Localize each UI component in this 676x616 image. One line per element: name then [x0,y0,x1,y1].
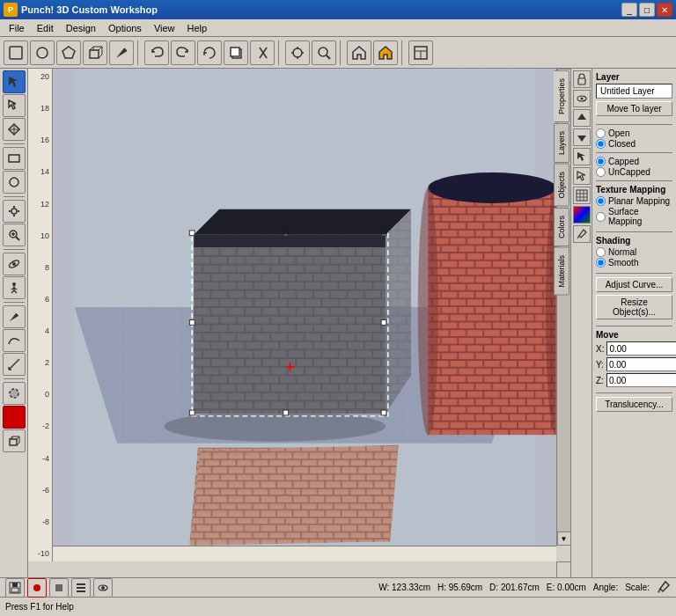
tab-properties[interactable]: Properties [554,70,569,122]
z-input[interactable] [606,373,676,387]
tool-rect[interactable] [3,147,26,170]
translucency-btn[interactable]: Translucency... [596,397,672,412]
resize-object-btn[interactable]: Resize Object(s)... [596,295,672,319]
svg-point-36 [12,262,16,266]
svg-rect-49 [10,439,17,445]
tool-bezier[interactable] [3,329,26,352]
smooth-radio-row[interactable]: Smooth [596,258,672,268]
normal-radio-row[interactable]: Normal [596,247,672,257]
surface-radio[interactable] [596,212,606,222]
normal-radio[interactable] [596,247,606,257]
select-arrow2-btn[interactable] [573,167,591,185]
toolbar-select[interactable] [4,40,28,65]
tab-layers[interactable]: Layers [554,123,569,163]
toolbar-redo[interactable] [171,40,195,65]
uncapped-radio[interactable] [596,167,606,177]
tab-materials[interactable]: Materials [554,247,569,296]
close-btn[interactable]: ✕ [657,3,672,17]
adjust-curve-btn[interactable]: Adjust Curve... [596,277,672,292]
viewport-container: 20 18 16 14 12 10 8 6 4 2 0 -2 -4 -6 -8 … [28,69,570,577]
smooth-radio[interactable] [596,258,606,268]
toolbar-rotate[interactable] [197,40,222,65]
lock-icon-btn[interactable] [573,70,591,88]
svg-marker-102 [577,172,585,180]
toolbar-house2[interactable] [373,40,398,65]
svg-marker-100 [577,136,586,142]
tool-ellipse[interactable] [3,171,26,194]
y-input[interactable] [606,357,676,371]
tool-measure[interactable] [3,353,26,376]
scroll-down-btn[interactable]: ▼ [557,532,571,546]
statusbar-layers-btn[interactable] [71,578,91,598]
tool-resize[interactable] [3,118,26,141]
toolbar-undo[interactable] [144,40,169,65]
color-swatch-btn[interactable] [573,206,591,224]
toolbar-zoom[interactable] [312,40,336,65]
open-radio[interactable] [596,128,606,138]
capped-radio[interactable] [596,157,606,166]
tool-orbit[interactable] [3,253,26,275]
tool-red-dot[interactable] [3,406,26,429]
tool-arrow[interactable] [3,70,26,93]
x-label: X: [596,344,604,354]
eyedrop-icon-btn[interactable] [573,225,591,243]
status-angle: Angle: [593,583,618,592]
svg-rect-114 [77,590,85,592]
statusbar-save-btn[interactable] [5,578,25,598]
svg-point-112 [33,584,40,591]
minimize-btn[interactable]: _ [621,3,637,17]
toolbar-polygon[interactable] [56,40,81,65]
arrow-up-icon-btn[interactable] [573,109,591,127]
menu-design[interactable]: Design [61,22,101,34]
toolbar-pen[interactable] [109,40,134,65]
planar-radio-row[interactable]: Planar Mapping [596,196,672,206]
move-to-layer-btn[interactable]: Move To layer [596,101,672,116]
maximize-btn[interactable]: □ [639,3,655,17]
menu-edit[interactable]: Edit [32,22,59,34]
tool-zoom[interactable] [3,224,26,246]
statusbar-eye-btn[interactable] [93,578,113,598]
tool-pan[interactable] [3,200,26,223]
eye-icon-btn[interactable] [573,90,591,107]
menu-view[interactable]: View [149,22,180,34]
tool-3d-box[interactable] [3,429,26,452]
layer-name: Untitled Layer [596,84,672,99]
tool-select-arrow[interactable] [3,94,26,117]
toolbar-copy[interactable] [224,40,248,65]
main-toolbar [0,37,676,69]
toolbar-cut[interactable] [250,40,275,65]
uncapped-radio-row[interactable]: UnCapped [596,167,672,177]
statusbar-record-btn[interactable] [27,578,47,598]
svg-line-5 [99,47,102,50]
move-section: Move X: Y: Z: [596,330,672,387]
open-radio-row[interactable]: Open [596,128,672,138]
tool-pen[interactable] [3,305,26,328]
svg-rect-3 [90,50,99,58]
tab-colors[interactable]: Colors [554,208,569,246]
x-input[interactable] [606,341,676,356]
select-arrow1-btn[interactable] [573,148,591,165]
surface-radio-row[interactable]: Surface Mapping [596,207,672,226]
toolbar-house1[interactable] [347,40,371,65]
toolbar-ellipse[interactable] [30,40,55,65]
eyedrop-tool-icon [657,580,671,594]
planar-radio[interactable] [596,196,606,206]
closed-radio[interactable] [596,139,606,149]
closed-radio-row[interactable]: Closed [596,139,672,149]
menu-file[interactable]: File [4,22,30,34]
statusbar-stop-btn[interactable] [49,578,69,598]
toolbar-table[interactable] [408,40,433,65]
arrow-down-icon-btn[interactable] [573,128,591,146]
grid-icon-btn[interactable] [573,187,591,204]
toolbar-snap[interactable] [285,40,310,65]
tool-circle-sel[interactable] [3,382,26,405]
capped-radio-row[interactable]: Capped [596,157,672,166]
menu-options[interactable]: Options [103,22,147,34]
tab-objects[interactable]: Objects [554,164,569,207]
svg-point-74 [164,411,386,442]
3d-viewport[interactable] [53,69,556,546]
menu-help[interactable]: Help [182,22,213,34]
svg-rect-82 [381,410,386,415]
tool-walk[interactable] [3,276,26,299]
toolbar-box[interactable] [83,40,107,65]
